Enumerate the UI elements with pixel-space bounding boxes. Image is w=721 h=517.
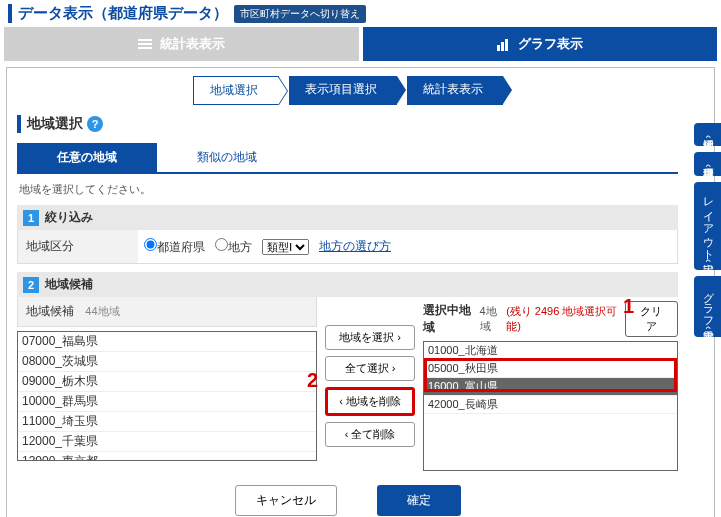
step-number-1: 1 [23,210,39,226]
side-layout-button[interactable]: レイアウト設定‹ [694,182,721,270]
radio-local[interactable]: 地方 [215,238,252,256]
tab-graph-view[interactable]: グラフ表示 [363,27,718,61]
chart-icon [496,39,510,51]
list-item[interactable]: 10000_群馬県 [18,392,316,412]
candidates-section-header: 2 地域候補 [17,272,678,297]
callout-1: 1 [623,295,634,318]
step-number-2: 2 [23,277,39,293]
instructions-text: 地域を選択してください。 [17,174,678,205]
svg-rect-2 [138,47,152,49]
wizard-steps: 地域選択 表示項目選択 統計表表示 [17,76,678,105]
filter-section-header: 1 絞り込み [17,205,678,230]
list-item[interactable]: 12000_千葉県 [18,432,316,452]
add-region-button[interactable]: 地域を選択 › [325,325,415,350]
cancel-button[interactable]: キャンセル [235,485,337,516]
confirm-button[interactable]: 確定 [377,485,461,516]
filter-section-label: 絞り込み [45,209,93,226]
candidates-listbox[interactable]: 07000_福島県08000_茨城県09000_栃木県10000_群馬県1100… [17,331,317,461]
subtab-own-region[interactable]: 任意の地域 [17,143,157,172]
candidates-count: 44地域 [85,305,119,317]
chevron-left-icon: ‹ [703,135,714,138]
list-item[interactable]: 16000_富山県 [424,378,677,396]
section-title: 地域選択 [27,115,83,133]
list-item[interactable]: 07000_福島県 [18,332,316,352]
chevron-left-icon: ‹ [703,326,714,329]
remove-region-button[interactable]: ‹ 地域を削除 [325,387,415,416]
svg-rect-1 [138,43,152,45]
chevron-left-icon: ‹ [703,164,714,167]
selected-remaining: (残り 2496 地域選択可能) [506,304,625,334]
remove-all-button[interactable]: ‹ 全て削除 [325,422,415,447]
help-link-region-choice[interactable]: 地方の選び方 [319,238,391,255]
svg-rect-5 [505,39,508,51]
list-item[interactable]: 08000_茨城県 [18,352,316,372]
tab-table-label: 統計表表示 [160,36,225,51]
tab-table-view[interactable]: 統計表表示 [4,27,359,61]
side-region-button[interactable]: 地域選択‹ [694,123,721,146]
list-item[interactable]: 13000_東京都 [18,452,316,461]
list-item[interactable]: 42000_長崎県 [424,396,677,414]
main-panel: 地域選択 表示項目選択 統計表表示 地域選択 ? 任意の地域 類似の地域 地域を… [6,67,715,517]
list-item[interactable]: 05000_秋田県 [424,360,677,378]
selected-listbox[interactable]: 01000_北海道05000_秋田県16000_富山県42000_長崎県 [423,341,678,471]
radio-prefecture-input[interactable] [144,238,157,251]
filter-row-label: 地域区分 [18,230,138,263]
table-icon [138,39,152,51]
side-items-button[interactable]: 表示項目選択‹ [694,152,721,175]
page-title: データ表示（都道府県データ） [8,4,228,23]
radio-prefecture[interactable]: 都道府県 [144,238,205,256]
selected-head-label: 選択中地域 [423,302,480,336]
chevron-left-icon: ‹ [703,259,714,262]
tab-graph-label: グラフ表示 [518,36,583,51]
svg-rect-3 [497,45,500,51]
svg-rect-0 [138,39,152,41]
candidates-header: 地域候補 44地域 [17,297,317,327]
step-table[interactable]: 統計表表示 [407,76,503,105]
candidates-section-label: 地域候補 [45,276,93,293]
selected-count: 4地域 [480,304,507,334]
subtab-similar-region[interactable]: 類似の地域 [157,143,297,172]
list-item[interactable]: 09000_栃木県 [18,372,316,392]
callout-2: 2 [307,369,318,392]
svg-rect-4 [501,42,504,51]
type-select[interactable]: 類型Ⅰ [262,239,309,255]
side-graph-button[interactable]: グラフ表示設定‹ [694,276,721,337]
step-items[interactable]: 表示項目選択 [289,76,397,105]
radio-local-input[interactable] [215,238,228,251]
help-icon[interactable]: ? [87,116,103,132]
step-region[interactable]: 地域選択 [193,76,279,105]
switch-dataset-button[interactable]: 市区町村データへ切り替え [234,5,366,23]
add-all-button[interactable]: 全て選択 › [325,356,415,381]
candidates-head-label: 地域候補 [26,304,74,318]
list-item[interactable]: 11000_埼玉県 [18,412,316,432]
list-item[interactable]: 01000_北海道 [424,342,677,360]
